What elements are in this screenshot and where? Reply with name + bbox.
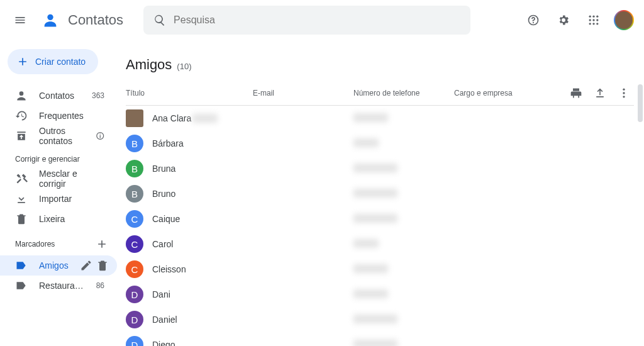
sidebar-item-import[interactable]: Importar bbox=[0, 189, 117, 209]
tools-icon bbox=[15, 172, 28, 185]
sidebar-item-trash[interactable]: Lixeira bbox=[0, 209, 117, 229]
sidebar-item-contacts[interactable]: Contatos 363 bbox=[0, 86, 117, 106]
scrollbar[interactable] bbox=[638, 84, 643, 346]
print-button[interactable] bbox=[570, 87, 582, 99]
contact-avatar: B bbox=[126, 185, 143, 203]
label-icon bbox=[15, 279, 28, 292]
contact-name: Ana Clara bbox=[152, 113, 191, 123]
contact-row[interactable]: BBárbara bbox=[126, 131, 634, 156]
sidebar-item-label: Lixeira bbox=[39, 214, 65, 224]
hamburger-icon bbox=[14, 14, 26, 26]
sidebar-item-frequent[interactable]: Frequentes bbox=[0, 106, 117, 126]
contact-row[interactable]: BBruna bbox=[126, 156, 634, 181]
svg-point-6 bbox=[596, 19, 598, 21]
sidebar-item-label: Mesclar e corrigir bbox=[39, 169, 104, 189]
contact-name: Daniel bbox=[152, 315, 177, 325]
contact-row[interactable]: CCarol bbox=[126, 232, 634, 257]
contact-name: Dani bbox=[152, 289, 170, 299]
delete-label-button[interactable] bbox=[96, 259, 109, 272]
redacted-phone bbox=[353, 164, 397, 172]
svg-point-3 bbox=[596, 16, 598, 18]
main-menu-button[interactable] bbox=[8, 8, 33, 33]
contact-avatar: B bbox=[126, 135, 143, 152]
sidebar-item-label: Outros contatos bbox=[39, 126, 84, 146]
col-header-email: E-mail bbox=[253, 89, 353, 98]
contact-row[interactable]: DDaniel bbox=[126, 307, 634, 332]
more-button[interactable] bbox=[618, 87, 630, 99]
redacted-phone bbox=[353, 189, 397, 198]
person-icon bbox=[15, 89, 28, 102]
contact-name: Carol bbox=[152, 239, 173, 249]
app-header: Contatos bbox=[0, 0, 644, 40]
app-logo bbox=[38, 8, 63, 33]
list-title: Amigos (10) bbox=[126, 40, 634, 81]
sidebar-label-amigos[interactable]: Amigos bbox=[0, 255, 117, 276]
search-bar[interactable] bbox=[143, 6, 470, 35]
redacted-phone bbox=[353, 315, 397, 323]
contact-avatar: D bbox=[126, 286, 143, 303]
contact-row[interactable]: DDani bbox=[126, 282, 634, 307]
settings-button[interactable] bbox=[551, 8, 576, 33]
col-header-title: Título bbox=[126, 89, 253, 98]
contact-avatar: D bbox=[126, 311, 143, 328]
redacted-phone bbox=[353, 138, 379, 147]
gear-icon bbox=[557, 14, 570, 26]
svg-point-5 bbox=[592, 19, 594, 21]
sidebar-item-label: Contatos bbox=[39, 91, 74, 101]
svg-point-0 bbox=[47, 14, 53, 20]
plus-icon bbox=[16, 55, 29, 68]
list-count: (10) bbox=[177, 62, 191, 71]
sidebar-item-count: 86 bbox=[96, 281, 104, 290]
export-button[interactable] bbox=[594, 87, 606, 99]
edit-label-button[interactable] bbox=[80, 259, 92, 272]
contact-avatar: C bbox=[126, 260, 143, 278]
contact-list: Ana ClaraBBárbaraBBrunaBBrunoCCaiqueCCar… bbox=[126, 106, 634, 346]
redacted-phone bbox=[353, 239, 379, 248]
contact-row[interactable]: CCaique bbox=[126, 206, 634, 232]
sidebar-label-restored[interactable]: Restaurados a parti... 86 bbox=[0, 276, 117, 296]
create-contact-button[interactable]: Criar contato bbox=[8, 49, 98, 74]
sidebar-section-fix: Corrigir e gerenciar bbox=[0, 146, 123, 169]
redacted-phone bbox=[353, 214, 397, 223]
svg-point-12 bbox=[623, 96, 625, 98]
sidebar-item-label: Amigos bbox=[39, 260, 69, 271]
apps-button[interactable] bbox=[581, 8, 606, 33]
sidebar-section-title: Marcadores bbox=[15, 240, 55, 248]
contact-row[interactable]: CCleisson bbox=[126, 257, 634, 282]
search-input[interactable] bbox=[174, 14, 460, 26]
archive-icon bbox=[15, 130, 28, 142]
contact-row[interactable]: BBruno bbox=[126, 181, 634, 206]
contact-row[interactable]: DDiego bbox=[126, 332, 634, 346]
contact-avatar bbox=[126, 109, 143, 127]
contact-name: Caique bbox=[152, 214, 180, 224]
add-label-button[interactable] bbox=[96, 238, 108, 250]
avatar-ring bbox=[614, 10, 634, 30]
redacted-phone bbox=[353, 289, 388, 298]
search-icon bbox=[153, 14, 166, 26]
redacted-phone bbox=[353, 340, 397, 347]
sidebar-item-merge[interactable]: Mesclar e corrigir bbox=[0, 169, 117, 189]
svg-point-7 bbox=[589, 23, 591, 25]
contact-avatar: C bbox=[126, 210, 143, 228]
column-headers: Título E-mail Número de telefone Cargo e… bbox=[126, 81, 634, 106]
help-button[interactable] bbox=[521, 8, 546, 33]
help-icon bbox=[527, 14, 540, 26]
contact-avatar: C bbox=[126, 235, 143, 253]
sidebar-item-other[interactable]: Outros contatos bbox=[0, 126, 117, 146]
history-icon bbox=[15, 109, 28, 122]
contact-row[interactable]: Ana Clara bbox=[126, 106, 634, 131]
sidebar-item-label: Frequentes bbox=[39, 111, 84, 121]
sidebar-item-count: 363 bbox=[92, 91, 104, 100]
svg-point-11 bbox=[623, 92, 625, 94]
col-header-phone: Número de telefone bbox=[353, 89, 454, 98]
contact-avatar: B bbox=[126, 160, 143, 177]
contact-name: Bruna bbox=[152, 164, 175, 174]
account-avatar[interactable] bbox=[611, 8, 636, 33]
svg-point-9 bbox=[596, 23, 598, 25]
svg-point-10 bbox=[623, 88, 625, 90]
info-icon[interactable] bbox=[96, 130, 104, 142]
col-header-job: Cargo e empresa bbox=[454, 89, 570, 98]
svg-point-8 bbox=[592, 23, 594, 25]
redacted-phone bbox=[353, 113, 388, 122]
contact-name: Cleisson bbox=[152, 264, 186, 274]
